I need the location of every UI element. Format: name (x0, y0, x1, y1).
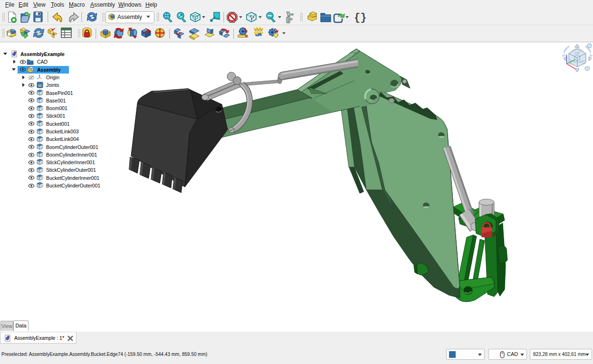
svg-text:{}: {} (354, 12, 366, 24)
svg-text:Assembly: Assembly (117, 14, 142, 20)
